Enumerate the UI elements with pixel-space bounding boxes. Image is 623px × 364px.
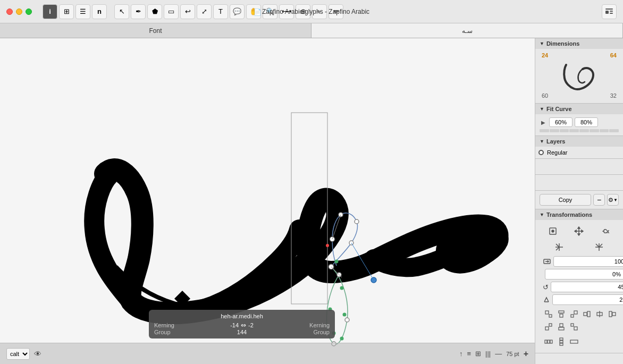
slider-seg-1 bbox=[540, 129, 549, 132]
scale-input-group: ▲ ▼ bbox=[553, 256, 623, 267]
rotation-pct-input[interactable] bbox=[545, 271, 623, 277]
svg-rect-36 bbox=[559, 311, 564, 313]
close-button[interactable] bbox=[6, 9, 13, 15]
minus-button[interactable]: − bbox=[593, 194, 605, 206]
svg-marker-28 bbox=[578, 227, 580, 228]
layer-item-regular[interactable]: Regular bbox=[535, 148, 623, 157]
window-title: 📄 Zapfino Arabic.glyphs - Zapfino Arabic bbox=[254, 8, 369, 15]
scale-h-icon[interactable] bbox=[543, 257, 551, 266]
align-tl-icon[interactable] bbox=[543, 308, 554, 320]
view-icon-5[interactable]: — bbox=[495, 350, 502, 358]
zoom-value: 75 pt bbox=[506, 351, 519, 357]
kerning-left-label: Kerning bbox=[154, 322, 174, 328]
paint-bucket-button[interactable]: ⬟ bbox=[147, 4, 162, 19]
grid-view-button[interactable]: ⊞ bbox=[59, 4, 74, 19]
svg-rect-45 bbox=[609, 311, 612, 317]
kerning-right-value: -2 bbox=[248, 322, 254, 328]
slider-seg-2 bbox=[550, 129, 559, 132]
layer-dot-regular bbox=[538, 150, 544, 155]
gear-button[interactable]: ⚙ ▼ bbox=[607, 194, 619, 206]
align-bl-icon[interactable] bbox=[543, 321, 554, 333]
align-mr-icon[interactable] bbox=[607, 308, 618, 320]
svg-rect-50 bbox=[574, 327, 577, 330]
distribute-h-icon[interactable] bbox=[543, 336, 554, 348]
dimensions-arrow: ▼ bbox=[540, 41, 544, 46]
minimize-button[interactable] bbox=[16, 9, 22, 15]
svg-rect-57 bbox=[560, 343, 563, 345]
fit-curve-content: ▶ bbox=[535, 114, 623, 136]
svg-rect-39 bbox=[571, 315, 574, 317]
resize-tool-button[interactable]: ⤢ bbox=[197, 4, 212, 19]
rotate-ccw-icon[interactable]: ↺ bbox=[543, 282, 549, 292]
status-right: ↑ ≡ ⊞ ||| — 75 pt + bbox=[459, 349, 528, 359]
sidebar-toggle-button[interactable] bbox=[602, 4, 617, 19]
layers-header[interactable]: ▼ Layers bbox=[535, 136, 623, 147]
text-n-button[interactable]: n bbox=[92, 4, 107, 19]
text-mode-button[interactable]: T bbox=[213, 4, 228, 19]
align-center-icon[interactable] bbox=[547, 225, 559, 237]
align-bc-icon[interactable] bbox=[555, 321, 567, 333]
skew-row: ▲ ▼ bbox=[540, 293, 619, 306]
distribute-v-icon[interactable] bbox=[555, 336, 567, 348]
svg-rect-54 bbox=[550, 340, 552, 343]
transformations-content: ·Cx bbox=[535, 220, 623, 353]
align-tc-icon[interactable] bbox=[555, 308, 567, 320]
transformations-header[interactable]: ▼ Transformations bbox=[535, 209, 623, 220]
canvas-area[interactable]: heh-ar.medi.heh Kerning -14 ⇔ -2 Kerning… bbox=[0, 38, 535, 364]
tab-bar: Font سـه bbox=[0, 23, 623, 38]
svg-rect-34 bbox=[545, 311, 549, 314]
rect-tool-button[interactable]: ▭ bbox=[164, 4, 179, 19]
fit-curve-input-2[interactable] bbox=[575, 117, 598, 127]
align-mc-icon[interactable] bbox=[594, 308, 605, 320]
flip-vertical-icon[interactable] bbox=[593, 241, 605, 253]
fit-curve-play-button[interactable]: ▶ bbox=[540, 118, 547, 126]
svg-point-11 bbox=[355, 219, 359, 224]
svg-point-19 bbox=[340, 286, 344, 290]
copy-button[interactable]: Copy bbox=[540, 194, 591, 206]
tab-glyph[interactable]: سـه bbox=[312, 23, 623, 38]
zoom-plus-button[interactable]: + bbox=[524, 349, 528, 359]
transform-bottom-grid-2 bbox=[540, 335, 619, 350]
align-tr-icon[interactable] bbox=[568, 308, 580, 320]
flip-horizontal-icon[interactable] bbox=[553, 241, 565, 253]
status-bar: calt 👁 ↑ ≡ ⊞ ||| — 75 pt + bbox=[0, 343, 535, 364]
pen-tool-button[interactable]: ✒ bbox=[131, 4, 146, 19]
view-icon-2[interactable]: ≡ bbox=[467, 350, 471, 358]
view-icon-1[interactable]: ↑ bbox=[459, 350, 463, 358]
center-x-icon[interactable]: ·Cx bbox=[600, 225, 611, 237]
select-tool-button[interactable]: ↖ bbox=[114, 4, 129, 19]
rotate-input-group: ▲ ▼ bbox=[551, 282, 623, 292]
align-br-icon[interactable] bbox=[568, 321, 580, 333]
list-view-button[interactable]: ☰ bbox=[75, 4, 90, 19]
titlebar: i ⊞ ☰ n ↖ ✒ ⬟ ▭ ↩ ⤢ T 💬 ✋ 🔍 ⟷ ⊕ ← ✏ 📄 Za… bbox=[0, 0, 623, 23]
fit-curve-input-1[interactable] bbox=[549, 117, 573, 127]
move-icon[interactable] bbox=[573, 225, 585, 237]
eye-icon[interactable]: 👁 bbox=[34, 350, 41, 358]
slider-seg-8 bbox=[609, 129, 619, 132]
svg-marker-31 bbox=[582, 230, 583, 232]
fit-curve-header[interactable]: ▼ Fit Curve bbox=[535, 104, 623, 114]
svg-point-21 bbox=[340, 337, 344, 341]
dimensions-header[interactable]: ▼ Dimensions bbox=[535, 38, 623, 49]
tab-font[interactable]: Font bbox=[0, 23, 312, 38]
speech-bubble-button[interactable]: 💬 bbox=[230, 4, 245, 19]
scale-input[interactable] bbox=[554, 258, 623, 265]
rotate-row: ↺ ▲ ▼ ↻ bbox=[540, 281, 619, 293]
skew-input[interactable] bbox=[553, 297, 623, 303]
fullscreen-button[interactable] bbox=[26, 9, 32, 15]
svg-rect-55 bbox=[560, 338, 563, 340]
extra-icon-1[interactable] bbox=[568, 336, 580, 348]
skew-left-icon[interactable] bbox=[543, 295, 550, 304]
svg-rect-53 bbox=[548, 340, 550, 343]
align-ml-icon[interactable] bbox=[581, 308, 593, 320]
view-icon-4[interactable]: ||| bbox=[485, 350, 491, 358]
rotate-input[interactable] bbox=[551, 284, 623, 290]
calt-select[interactable]: calt bbox=[6, 348, 30, 360]
info-tool-button[interactable]: i bbox=[43, 4, 57, 19]
svg-rect-56 bbox=[560, 341, 563, 343]
view-icon-3[interactable]: ⊞ bbox=[475, 350, 481, 358]
svg-rect-3 bbox=[605, 11, 609, 14]
svg-rect-35 bbox=[549, 315, 552, 317]
undo-button[interactable]: ↩ bbox=[180, 4, 195, 19]
svg-rect-0 bbox=[605, 9, 613, 10]
